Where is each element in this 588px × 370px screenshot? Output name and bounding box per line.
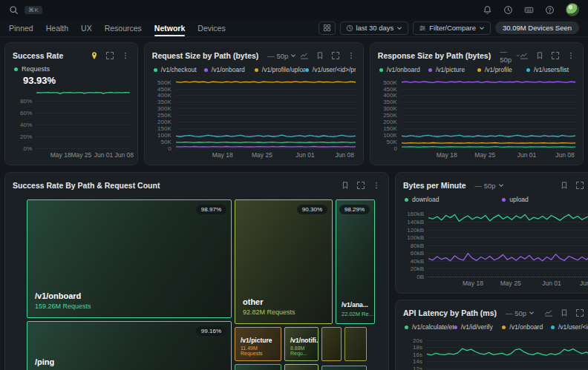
request-count: 92.82M Requests	[243, 308, 295, 316]
layout-grid-button[interactable]	[318, 22, 336, 35]
bookmark-icon[interactable]	[535, 51, 544, 60]
more-menu-icon[interactable]	[121, 51, 130, 60]
bookmark-icon[interactable]	[316, 51, 324, 60]
bytes-per-minute-chart[interactable]: 160kB140kB120kB100kB80kB60kB40kB20kB0BMa…	[428, 209, 588, 286]
tab-resources[interactable]: Resources	[105, 19, 142, 36]
api-latency-chart[interactable]: 20s18s16s14s12s	[427, 337, 588, 370]
keyboard-icon[interactable]	[524, 5, 534, 15]
x-axis-tick: Jun 08	[114, 151, 134, 159]
filter-compare-button[interactable]: Filter/Compare	[413, 22, 491, 35]
expand-icon[interactable]	[575, 181, 584, 190]
notifications-bell-icon[interactable]	[483, 5, 492, 15]
user-avatar[interactable]	[566, 3, 579, 16]
more-menu-icon[interactable]	[372, 181, 381, 190]
percentile-select[interactable]: — 50p	[506, 309, 535, 317]
x-axis-tick: May 25	[500, 280, 521, 287]
more-menu-icon[interactable]	[347, 51, 356, 60]
explore-chart-icon[interactable]	[544, 308, 553, 317]
y-axis-tick: 0%	[23, 145, 32, 152]
response-size-chart[interactable]: 500K450K400K350K300K250K200K150K100K50K0…	[402, 79, 575, 158]
legend-item: /v1/onboard	[502, 323, 551, 331]
expand-icon[interactable]	[551, 51, 560, 60]
treemap-box-other[interactable]: 90.30% other92.82M Requests	[235, 199, 333, 324]
treemap-box-small-4[interactable]	[284, 364, 318, 370]
topbar: ⌘K	[0, 0, 588, 19]
chevron-down-icon	[396, 25, 402, 31]
bookmark-icon[interactable]	[560, 181, 569, 190]
request-count: 11.49M Requests	[241, 346, 281, 356]
x-axis-tick: May 18	[437, 151, 457, 159]
success-rate-chart[interactable]: 80%60%40%20%0%May 18May 25Jun 01Jun 08	[36, 89, 130, 158]
legend-label: /v1/users/list	[534, 66, 569, 73]
legend-label: /v1/onboard	[212, 66, 245, 73]
expand-icon[interactable]	[105, 51, 114, 60]
treemap-box-v1-ana[interactable]: 98.29% /v1/ana...22.02M Re...	[336, 199, 375, 324]
percentile-label: — 50p	[500, 47, 514, 64]
y-axis-tick: 250K	[383, 112, 397, 119]
card-title: Bytes per Minute	[403, 181, 466, 190]
plot-area: 500K450K400K350K300K250K200K150K100K50K0	[402, 79, 575, 148]
y-axis-tick: 140kB	[407, 218, 424, 225]
card-request-size: Request Size by Path (bytes) — 50p /v1/c…	[144, 42, 364, 165]
help-icon[interactable]	[545, 5, 555, 15]
more-menu-icon[interactable]	[566, 51, 575, 60]
explore-chart-icon[interactable]	[520, 51, 529, 60]
time-range-select[interactable]: last 30 days	[340, 22, 409, 35]
series-line	[427, 348, 588, 356]
legend-dot	[405, 198, 408, 202]
legend-label: upload	[509, 196, 529, 203]
treemap-box-small-3[interactable]	[235, 364, 281, 370]
bookmark-icon[interactable]	[341, 181, 350, 190]
x-axis-tick: May 18	[463, 280, 483, 287]
treemap: 98.97% /v1/onboard159.26M Requests 99.16…	[27, 199, 372, 370]
treemap-box-small-1[interactable]	[321, 327, 342, 361]
pin-icon[interactable]	[90, 51, 99, 60]
tab-pinned[interactable]: Pinned	[9, 19, 33, 36]
x-axis-tick: Jun 08	[336, 151, 355, 159]
legend-label: /v1/profile/upload	[262, 66, 305, 73]
percentile-label: — 50p	[475, 182, 496, 190]
legend-item: /v1/calculate/eta	[405, 323, 454, 331]
expand-icon[interactable]	[331, 51, 340, 60]
y-axis-tick: 100K	[383, 132, 397, 139]
series-line	[176, 82, 356, 82]
legend-dot	[154, 68, 157, 72]
y-axis-tick: 0B	[416, 274, 424, 280]
y-axis-tick: 500K	[383, 79, 397, 85]
legend-label: /v1/user/<id>/rem...	[558, 323, 588, 331]
tab-health[interactable]: Health	[46, 19, 68, 36]
legend-label: /v1/id/verify	[461, 323, 493, 331]
y-axis-tick: 350K	[383, 99, 397, 105]
treemap-box-v1-picture[interactable]: /v1/picture11.49M Requests	[235, 327, 281, 361]
treemap-box-v1-onboard[interactable]: 98.97% /v1/onboard159.26M Requests	[27, 199, 232, 318]
y-axis-tick: 50K	[161, 139, 172, 145]
treemap-box-small-5[interactable]	[321, 366, 367, 370]
tab-devices[interactable]: Devices	[197, 19, 225, 36]
y-axis-tick: 150K	[157, 125, 172, 132]
percentile-select[interactable]: — 50p	[267, 52, 296, 60]
request-size-chart[interactable]: 500K450K400K350K300K250K200K150K100K50K0…	[176, 79, 356, 158]
search-icon[interactable]	[9, 5, 19, 15]
y-axis-tick: 40kB	[411, 257, 424, 264]
success-rate-badge: 98.97%	[196, 205, 226, 214]
treemap-box-v1-notifi[interactable]: /v1/notifi...8.88M Requ...	[284, 327, 318, 361]
explore-chart-icon[interactable]	[300, 51, 309, 60]
card-response-size: Response Size by Path (bytes) — 50p /v1/…	[370, 42, 584, 165]
percentile-select[interactable]: — 50p	[500, 47, 520, 64]
card-title: Request Size by Path (bytes)	[152, 51, 259, 60]
tab-ux[interactable]: UX	[81, 19, 92, 36]
y-axis-tick: 200K	[157, 119, 172, 125]
percentile-select[interactable]: — 50p	[475, 182, 504, 190]
treemap-box-small-2[interactable]	[344, 327, 367, 361]
bookmark-icon[interactable]	[560, 308, 569, 317]
treemap-box-ping[interactable]: 99.16% /ping	[27, 321, 232, 370]
y-axis-tick: 80kB	[411, 242, 424, 248]
expand-icon[interactable]	[575, 308, 584, 317]
card-title: API Latency by Path (ms)	[403, 308, 497, 317]
history-icon[interactable]	[503, 5, 513, 15]
legend-item: /v1/onboard	[379, 66, 428, 73]
y-axis-tick: 100K	[157, 132, 172, 139]
y-axis-tick: 0	[393, 145, 396, 152]
tab-network[interactable]: Network	[154, 19, 185, 36]
expand-icon[interactable]	[356, 181, 365, 190]
